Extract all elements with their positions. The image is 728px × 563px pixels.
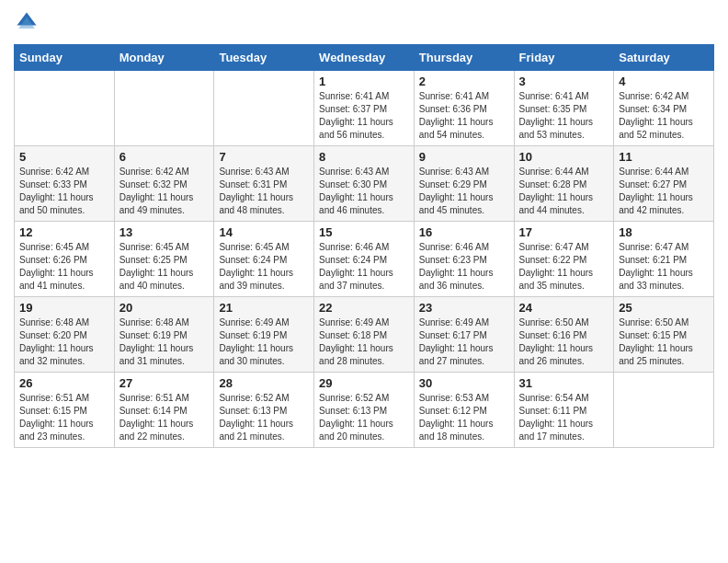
calendar-cell: 29Sunrise: 6:52 AM Sunset: 6:13 PM Dayli… [314, 373, 415, 448]
day-info: Sunrise: 6:54 AM Sunset: 6:11 PM Dayligh… [519, 392, 609, 443]
day-info: Sunrise: 6:43 AM Sunset: 6:29 PM Dayligh… [419, 166, 509, 217]
day-info: Sunrise: 6:44 AM Sunset: 6:27 PM Dayligh… [619, 166, 709, 217]
calendar-cell: 9Sunrise: 6:43 AM Sunset: 6:29 PM Daylig… [414, 146, 514, 222]
calendar-cell: 2Sunrise: 6:41 AM Sunset: 6:36 PM Daylig… [414, 71, 514, 146]
calendar-cell: 6Sunrise: 6:42 AM Sunset: 6:32 PM Daylig… [114, 146, 214, 222]
day-info: Sunrise: 6:50 AM Sunset: 6:15 PM Dayligh… [619, 316, 709, 368]
day-number: 7 [219, 150, 309, 164]
weekday-header-thursday: Thursday [414, 45, 514, 71]
day-info: Sunrise: 6:48 AM Sunset: 6:19 PM Dayligh… [119, 316, 210, 368]
day-number: 16 [419, 225, 509, 239]
logo-icon [14, 9, 40, 35]
day-number: 27 [119, 376, 210, 390]
calendar-cell: 7Sunrise: 6:43 AM Sunset: 6:31 PM Daylig… [214, 146, 314, 222]
day-info: Sunrise: 6:43 AM Sunset: 6:31 PM Dayligh… [219, 166, 309, 217]
day-info: Sunrise: 6:48 AM Sunset: 6:20 PM Dayligh… [19, 316, 109, 368]
logo [14, 9, 43, 35]
day-number: 24 [519, 301, 609, 315]
weekday-header-row: SundayMondayTuesdayWednesdayThursdayFrid… [15, 45, 714, 71]
weekday-header-sunday: Sunday [15, 45, 115, 71]
day-info: Sunrise: 6:50 AM Sunset: 6:16 PM Dayligh… [519, 316, 609, 368]
calendar-cell [214, 71, 314, 146]
header [14, 9, 714, 35]
day-info: Sunrise: 6:43 AM Sunset: 6:30 PM Dayligh… [319, 166, 409, 217]
day-info: Sunrise: 6:45 AM Sunset: 6:25 PM Dayligh… [119, 241, 210, 293]
day-number: 9 [419, 150, 509, 164]
weekday-header-friday: Friday [514, 45, 614, 71]
day-number: 1 [319, 75, 409, 88]
calendar-cell: 4Sunrise: 6:42 AM Sunset: 6:34 PM Daylig… [614, 71, 714, 146]
calendar-cell: 12Sunrise: 6:45 AM Sunset: 6:26 PM Dayli… [15, 222, 115, 297]
calendar-cell: 24Sunrise: 6:50 AM Sunset: 6:16 PM Dayli… [514, 297, 614, 373]
day-info: Sunrise: 6:45 AM Sunset: 6:24 PM Dayligh… [219, 241, 309, 293]
week-row-4: 19Sunrise: 6:48 AM Sunset: 6:20 PM Dayli… [15, 297, 714, 373]
day-info: Sunrise: 6:53 AM Sunset: 6:12 PM Dayligh… [419, 392, 509, 443]
calendar-cell: 14Sunrise: 6:45 AM Sunset: 6:24 PM Dayli… [214, 222, 314, 297]
calendar-cell: 10Sunrise: 6:44 AM Sunset: 6:28 PM Dayli… [514, 146, 614, 222]
day-number: 12 [19, 225, 109, 239]
calendar-cell: 18Sunrise: 6:47 AM Sunset: 6:21 PM Dayli… [614, 222, 714, 297]
weekday-header-saturday: Saturday [614, 45, 714, 71]
calendar-cell: 26Sunrise: 6:51 AM Sunset: 6:15 PM Dayli… [15, 373, 115, 448]
day-number: 17 [519, 225, 609, 239]
day-number: 11 [619, 150, 709, 164]
day-number: 25 [619, 301, 709, 315]
week-row-1: 1Sunrise: 6:41 AM Sunset: 6:37 PM Daylig… [15, 71, 714, 146]
calendar-cell: 21Sunrise: 6:49 AM Sunset: 6:19 PM Dayli… [214, 297, 314, 373]
calendar-cell: 3Sunrise: 6:41 AM Sunset: 6:35 PM Daylig… [514, 71, 614, 146]
day-number: 8 [319, 150, 409, 164]
day-number: 10 [519, 150, 609, 164]
calendar-cell: 31Sunrise: 6:54 AM Sunset: 6:11 PM Dayli… [514, 373, 614, 448]
day-number: 5 [19, 150, 109, 164]
day-number: 20 [119, 301, 210, 315]
day-info: Sunrise: 6:46 AM Sunset: 6:23 PM Dayligh… [419, 241, 509, 293]
day-number: 21 [219, 301, 309, 315]
calendar-cell: 16Sunrise: 6:46 AM Sunset: 6:23 PM Dayli… [414, 222, 514, 297]
day-info: Sunrise: 6:41 AM Sunset: 6:35 PM Dayligh… [519, 90, 609, 142]
day-info: Sunrise: 6:41 AM Sunset: 6:36 PM Dayligh… [419, 90, 509, 142]
day-number: 28 [219, 376, 309, 390]
day-number: 6 [119, 150, 210, 164]
day-info: Sunrise: 6:42 AM Sunset: 6:34 PM Dayligh… [619, 90, 709, 142]
calendar-table: SundayMondayTuesdayWednesdayThursdayFrid… [14, 44, 714, 448]
day-number: 31 [519, 376, 609, 390]
calendar-cell: 11Sunrise: 6:44 AM Sunset: 6:27 PM Dayli… [614, 146, 714, 222]
calendar-cell: 19Sunrise: 6:48 AM Sunset: 6:20 PM Dayli… [15, 297, 115, 373]
day-info: Sunrise: 6:52 AM Sunset: 6:13 PM Dayligh… [319, 392, 409, 443]
day-info: Sunrise: 6:47 AM Sunset: 6:22 PM Dayligh… [519, 241, 609, 293]
day-number: 14 [219, 225, 309, 239]
calendar-cell: 20Sunrise: 6:48 AM Sunset: 6:19 PM Dayli… [114, 297, 214, 373]
day-info: Sunrise: 6:49 AM Sunset: 6:18 PM Dayligh… [319, 316, 409, 368]
week-row-5: 26Sunrise: 6:51 AM Sunset: 6:15 PM Dayli… [15, 373, 714, 448]
day-number: 23 [419, 301, 509, 315]
day-number: 30 [419, 376, 509, 390]
calendar-cell: 25Sunrise: 6:50 AM Sunset: 6:15 PM Dayli… [614, 297, 714, 373]
day-info: Sunrise: 6:51 AM Sunset: 6:15 PM Dayligh… [19, 392, 109, 443]
weekday-header-monday: Monday [114, 45, 214, 71]
calendar-cell [114, 71, 214, 146]
calendar-cell [15, 71, 115, 146]
calendar-cell: 15Sunrise: 6:46 AM Sunset: 6:24 PM Dayli… [314, 222, 415, 297]
day-info: Sunrise: 6:42 AM Sunset: 6:32 PM Dayligh… [119, 166, 210, 217]
day-number: 13 [119, 225, 210, 239]
day-number: 19 [19, 301, 109, 315]
weekday-header-tuesday: Tuesday [214, 45, 314, 71]
calendar-cell: 1Sunrise: 6:41 AM Sunset: 6:37 PM Daylig… [314, 71, 415, 146]
day-info: Sunrise: 6:49 AM Sunset: 6:17 PM Dayligh… [419, 316, 509, 368]
day-info: Sunrise: 6:44 AM Sunset: 6:28 PM Dayligh… [519, 166, 609, 217]
day-number: 2 [419, 75, 509, 88]
weekday-header-wednesday: Wednesday [314, 45, 415, 71]
day-number: 4 [619, 75, 709, 88]
calendar-cell: 17Sunrise: 6:47 AM Sunset: 6:22 PM Dayli… [514, 222, 614, 297]
calendar-cell: 5Sunrise: 6:42 AM Sunset: 6:33 PM Daylig… [15, 146, 115, 222]
calendar-cell: 13Sunrise: 6:45 AM Sunset: 6:25 PM Dayli… [114, 222, 214, 297]
calendar-cell: 27Sunrise: 6:51 AM Sunset: 6:14 PM Dayli… [114, 373, 214, 448]
day-info: Sunrise: 6:49 AM Sunset: 6:19 PM Dayligh… [219, 316, 309, 368]
day-info: Sunrise: 6:46 AM Sunset: 6:24 PM Dayligh… [319, 241, 409, 293]
page: SundayMondayTuesdayWednesdayThursdayFrid… [0, 0, 728, 563]
week-row-2: 5Sunrise: 6:42 AM Sunset: 6:33 PM Daylig… [15, 146, 714, 222]
calendar-cell [614, 373, 714, 448]
day-info: Sunrise: 6:47 AM Sunset: 6:21 PM Dayligh… [619, 241, 709, 293]
day-info: Sunrise: 6:42 AM Sunset: 6:33 PM Dayligh… [19, 166, 109, 217]
calendar-cell: 30Sunrise: 6:53 AM Sunset: 6:12 PM Dayli… [414, 373, 514, 448]
